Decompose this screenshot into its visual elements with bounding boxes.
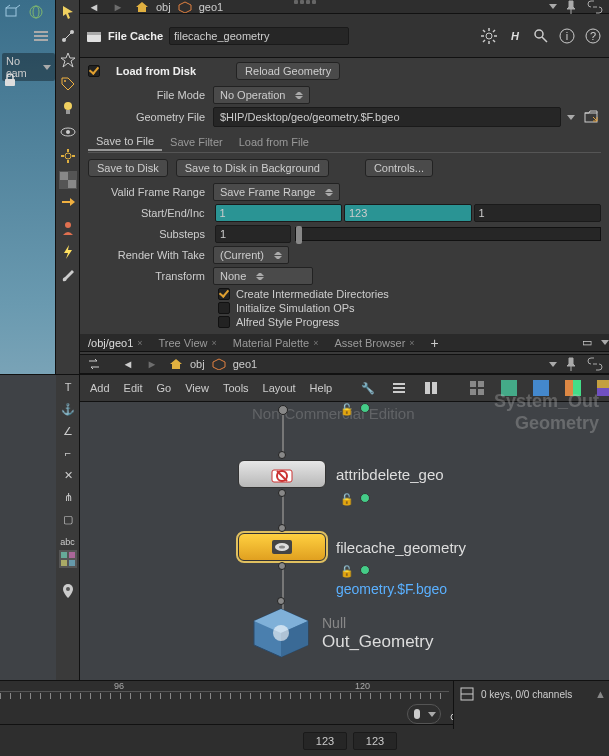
tab-assetbrowser[interactable]: Asset Browser× [326,335,422,351]
close-icon[interactable]: × [313,338,318,348]
tab-treeview[interactable]: Tree View× [151,335,225,351]
add-tab-icon[interactable]: + [423,333,447,353]
abc-label[interactable]: abc [58,537,77,547]
menu-add[interactable]: Add [90,382,110,394]
valid-frame-range-dropdown[interactable]: Save Frame Range [213,183,340,201]
nv-path-geo[interactable]: geo1 [233,358,257,370]
init-sim-check[interactable] [218,302,230,314]
info2-icon[interactable]: i [558,27,576,45]
close-icon[interactable]: × [211,338,216,348]
tool-star-icon[interactable] [59,51,77,69]
nv-history-icon[interactable] [549,362,557,367]
reload-button[interactable]: Reload Geometry [236,62,340,80]
file-mode-dropdown[interactable]: No Operation [213,86,310,104]
anchor-icon[interactable]: ⚓ [59,400,77,418]
substeps-input[interactable]: 1 [215,225,291,243]
corner-icon[interactable]: ⌐ [59,444,77,462]
save-bg-button[interactable]: Save to Disk in Background [176,159,329,177]
display-flag-icon[interactable] [360,493,370,503]
close-icon[interactable]: × [137,338,142,348]
frame-end-input[interactable]: 123 [353,732,397,750]
controls-button[interactable]: Controls... [365,159,433,177]
tool-brush-icon[interactable] [59,267,77,285]
timeline[interactable]: 96 120 0 keys, 0/0 channels ▲ [0,680,609,704]
tool-checker-icon[interactable] [59,171,77,189]
menu-layout[interactable]: Layout [263,382,296,394]
link-icon[interactable] [586,355,604,373]
tool-pen-icon[interactable] [59,27,77,45]
geometry-file-input[interactable]: $HIP/Desktop/geo/geometry.$F.bgeo [213,107,561,127]
path-obj[interactable]: obj [156,1,171,13]
geometry-file-history-icon[interactable] [567,115,575,120]
menu-view[interactable]: View [185,382,209,394]
nv-path-obj[interactable]: obj [190,358,205,370]
create-intermediate-check[interactable] [218,288,230,300]
load-from-disk-check[interactable] [88,65,100,77]
start-input[interactable]: 1 [215,204,343,222]
display-flag-icon[interactable] [360,403,370,413]
tool-flash-icon[interactable] [59,243,77,261]
tool-eye-icon[interactable] [59,123,77,141]
home-icon[interactable] [167,355,185,373]
lock-icon[interactable]: 🔓 [340,565,354,578]
branch-icon[interactable]: ⋔ [59,488,77,506]
grid4-icon[interactable] [469,379,485,397]
tab-load-from-file[interactable]: Load from File [231,134,317,150]
path-geo[interactable]: geo1 [199,1,223,13]
forward-icon[interactable]: ► [109,0,127,16]
lock-icon[interactable]: 🔓 [340,403,354,416]
tool-avatar-icon[interactable] [59,219,77,237]
search-icon[interactable] [532,27,550,45]
tab-matpal[interactable]: Material Palette× [225,335,327,351]
menu-go[interactable]: Go [157,382,172,394]
gear-icon[interactable] [480,27,498,45]
file-chooser-icon[interactable] [582,108,600,126]
tool-select-icon[interactable] [59,3,77,21]
node-name-input[interactable]: filecache_geometry [169,27,349,45]
help-icon[interactable]: ? [584,27,602,45]
play-key-button[interactable] [407,704,441,724]
lock-icon[interactable]: 🔓 [340,493,354,506]
save-to-disk-button[interactable]: Save to Disk [88,159,168,177]
tool-lamp-icon[interactable] [59,99,77,117]
display-flag-icon[interactable] [360,565,370,575]
square-icon[interactable]: ▢ [59,510,77,528]
back-icon[interactable]: ◄ [119,355,137,373]
maximize-icon[interactable]: ▭ [578,334,596,352]
forward-icon[interactable]: ► [143,355,161,373]
close-icon[interactable]: × [409,338,414,348]
tab-save-filter[interactable]: Save Filter [162,134,231,150]
geo-icon[interactable] [210,355,228,373]
end-input[interactable]: 123 [344,204,472,222]
node-out-null[interactable]: Null Out_Geometry [250,607,434,659]
angle-icon[interactable]: ∠ [59,422,77,440]
tool-tag-icon[interactable] [59,75,77,93]
channels-icon[interactable] [458,685,476,703]
wrench-icon[interactable]: 🔧 [361,379,375,397]
pane-menu-icon[interactable] [601,340,609,345]
substeps-slider[interactable] [295,227,601,241]
tab-save-to-file[interactable]: Save to File [88,133,162,151]
globe-icon[interactable] [27,3,45,21]
swap-icon[interactable] [85,355,103,373]
transform-dropdown[interactable]: None [213,267,313,285]
tool-gear-icon[interactable] [59,147,77,165]
tool-swap-icon[interactable] [59,195,77,213]
path-history-icon[interactable] [549,4,557,9]
lock-icon[interactable] [4,73,16,87]
chevron-up-icon[interactable]: ▲ [595,688,606,700]
pin-icon[interactable] [562,355,580,373]
t-icon[interactable]: T [59,378,77,396]
persp-icon[interactable] [3,3,21,21]
view-settings-icon[interactable] [32,27,50,45]
frame-current-input[interactable]: 123 [303,732,347,750]
node-filecache[interactable]: filecache_geometry [238,533,466,561]
render-with-take-dropdown[interactable]: (Current) [213,246,289,264]
houdini-icon[interactable]: H [506,27,524,45]
marker-icon[interactable] [59,582,77,600]
menu-tools[interactable]: Tools [223,382,249,394]
alfred-check[interactable] [218,316,230,328]
menu-edit[interactable]: Edit [124,382,143,394]
inc-input[interactable]: 1 [474,204,602,222]
node-attribdelete[interactable]: attribdelete_geo [238,460,444,488]
